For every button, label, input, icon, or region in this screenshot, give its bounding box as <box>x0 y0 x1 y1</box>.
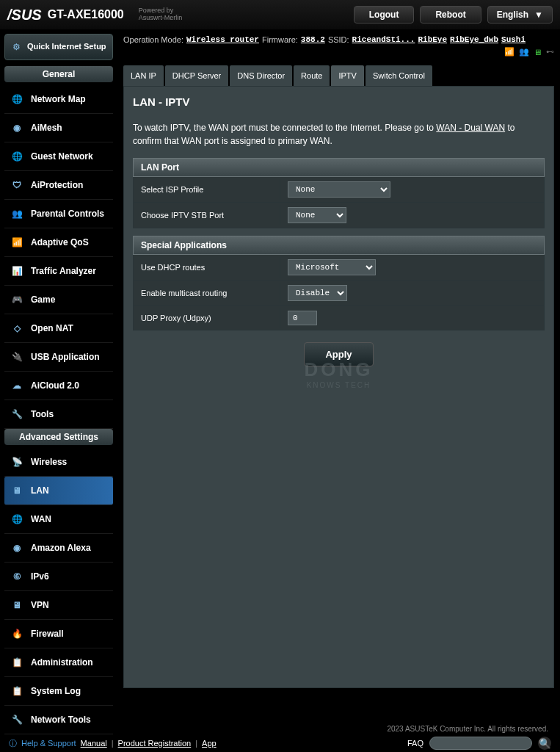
manual-link[interactable]: Manual <box>81 739 107 748</box>
users-icon[interactable]: 👥 <box>519 47 529 57</box>
stb-port-select[interactable]: None <box>288 207 346 223</box>
reboot-button[interactable]: Reboot <box>420 6 481 24</box>
top-header: /SUS GT-AXE16000 Powered by Asuswrt-Merl… <box>0 0 560 29</box>
sidebar-item-wan[interactable]: 🌐WAN <box>4 505 113 534</box>
tab-switch-control[interactable]: Switch Control <box>366 65 432 86</box>
menu-icon: ◉ <box>9 540 25 556</box>
menu-icon: 🖥 <box>9 597 25 613</box>
sidebar-item-traffic-analyzer[interactable]: 📊Traffic Analyzer <box>4 257 113 286</box>
sidebar-item-label: IPv6 <box>31 571 49 582</box>
ssid-link[interactable]: RibEye <box>418 35 447 44</box>
sidebar-item-label: AiMesh <box>31 123 62 133</box>
sidebar-item-network-map[interactable]: 🌐Network Map <box>4 85 113 114</box>
sidebar-item-firewall[interactable]: 🔥Firewall <box>4 620 113 648</box>
status-bar: Operation Mode: Wireless router Firmware… <box>123 32 554 59</box>
menu-icon: 🌐 <box>9 91 25 107</box>
usb-icon[interactable]: ⊷ <box>546 47 554 57</box>
sidebar-item-aimesh[interactable]: ◉AiMesh <box>4 114 113 142</box>
udp-proxy-label: UDP Proxy (Udpxy) <box>134 308 280 328</box>
sidebar-item-label: USB Application <box>31 352 100 362</box>
sidebar-item-aiprotection[interactable]: 🛡AiProtection <box>4 171 113 200</box>
menu-icon: 🔌 <box>9 349 25 365</box>
sidebar-item-amazon-alexa[interactable]: ◉Amazon Alexa <box>4 534 113 563</box>
sidebar-item-lan[interactable]: 🖥LAN <box>4 477 113 505</box>
sidebar-item-parental-controls[interactable]: 👥Parental Controls <box>4 200 113 228</box>
search-icon: 🔍 <box>539 738 551 749</box>
menu-icon: 👥 <box>9 206 25 222</box>
dhcp-routes-label: Use DHCP routes <box>134 257 280 278</box>
tab-lan-ip[interactable]: LAN IP <box>123 65 164 86</box>
logout-button[interactable]: Logout <box>354 6 415 24</box>
sidebar-item-administration[interactable]: 📋Administration <box>4 648 113 677</box>
sidebar-item-system-log[interactable]: 📋System Log <box>4 677 113 706</box>
main-panel: LAN - IPTV To watch IPTV, the WAN port m… <box>123 86 554 688</box>
sidebar-item-label: VPN <box>31 600 49 610</box>
sidebar-item-guest-network[interactable]: 🌐Guest Network <box>4 142 113 171</box>
sidebar-item-label: Game <box>31 294 55 305</box>
menu-icon: 🛡 <box>9 177 25 193</box>
sidebar-item-open-nat[interactable]: ◇Open NAT <box>4 314 113 343</box>
stb-port-label: Choose IPTV STB Port <box>134 205 280 225</box>
sidebar-item-adaptive-qos[interactable]: 📶Adaptive QoS <box>4 228 113 257</box>
menu-icon: 📋 <box>9 683 25 699</box>
help-support-link[interactable]: Help & Support <box>21 739 76 748</box>
menu-icon: ◉ <box>9 120 25 136</box>
sidebar-item-label: Network Tools <box>31 715 91 725</box>
ssid-link[interactable]: RiceandSti... <box>352 35 415 44</box>
sidebar-item-label: Traffic Analyzer <box>31 266 96 276</box>
sidebar-item-tools[interactable]: 🔧Tools <box>4 400 113 429</box>
isp-profile-select[interactable]: None <box>288 181 390 198</box>
sidebar-item-wireless[interactable]: 📡Wireless <box>4 448 113 477</box>
monitor-icon[interactable]: 🖥 <box>534 48 542 57</box>
sidebar-item-label: LAN <box>31 485 49 496</box>
quick-setup-button[interactable]: ⚙ Quick Internet Setup <box>4 34 113 60</box>
sidebar-item-vpn[interactable]: 🖥VPN <box>4 591 113 620</box>
tab-dns-director[interactable]: DNS Director <box>230 65 292 86</box>
sidebar-item-label: Wireless <box>31 457 67 467</box>
sidebar-item-label: WAN <box>31 514 51 524</box>
udp-proxy-input[interactable] <box>288 311 317 325</box>
menu-icon: 📡 <box>9 454 25 470</box>
ssid-link[interactable]: RibEye_dwb <box>450 35 498 44</box>
sidebar-item-label: Open NAT <box>31 323 73 333</box>
sidebar-item-label: Administration <box>31 657 93 668</box>
product-registration-link[interactable]: Product Registration <box>118 739 192 748</box>
menu-icon: 🎮 <box>9 292 25 308</box>
gear-icon: ⚙ <box>10 40 23 54</box>
sidebar-item-label: Guest Network <box>31 151 93 162</box>
sidebar-item-label: Amazon Alexa <box>31 543 91 553</box>
sidebar-item-game[interactable]: 🎮Game <box>4 286 113 314</box>
dhcp-routes-select[interactable]: Microsoft <box>288 259 376 275</box>
content: Operation Mode: Wireless router Firmware… <box>117 29 560 734</box>
tab-dhcp-server[interactable]: DHCP Server <box>165 65 228 86</box>
sidebar-item-network-tools[interactable]: 🔧Network Tools <box>4 706 113 734</box>
menu-icon: ☁ <box>9 377 25 394</box>
sidebar-item-ipv6[interactable]: ⑥IPv6 <box>4 563 113 591</box>
menu-icon: 🔧 <box>9 712 25 728</box>
op-mode-link[interactable]: Wireless router <box>186 35 259 44</box>
copyright: 2023 ASUSTeK Computer Inc. All rights re… <box>387 725 548 733</box>
multicast-select[interactable]: Disable <box>288 285 347 301</box>
firmware-link[interactable]: 388.2 <box>301 35 325 44</box>
faq-search-input[interactable] <box>429 737 532 750</box>
menu-icon: 📶 <box>9 234 25 250</box>
language-button[interactable]: English ▼ <box>487 6 553 24</box>
wifi-icon[interactable]: 📶 <box>504 47 514 57</box>
sidebar-item-usb-application[interactable]: 🔌USB Application <box>4 343 113 372</box>
watermark: DONG KNOWS TECH <box>305 358 374 389</box>
faq-search-button[interactable]: 🔍 <box>538 737 551 750</box>
brand-logo: /SUS <box>7 7 42 24</box>
sidebar-item-label: AiProtection <box>31 180 83 190</box>
isp-profile-label: Select ISP Profile <box>134 179 280 200</box>
sidebar-item-aicloud-2.0[interactable]: ☁AiCloud 2.0 <box>4 372 113 400</box>
tabs: LAN IPDHCP ServerDNS DirectorRouteIPTVSw… <box>123 65 554 86</box>
tab-route[interactable]: Route <box>294 65 330 86</box>
sidebar-section-general: General <box>4 66 113 82</box>
ssid-link[interactable]: Sushi <box>501 35 526 44</box>
menu-icon: ◇ <box>9 320 25 336</box>
app-link[interactable]: App <box>202 739 217 748</box>
multicast-label: Enable multicast routing <box>134 283 280 303</box>
sidebar-item-label: Network Map <box>31 94 86 104</box>
dual-wan-link[interactable]: WAN - Dual WAN <box>436 123 505 133</box>
tab-iptv[interactable]: IPTV <box>331 65 363 86</box>
